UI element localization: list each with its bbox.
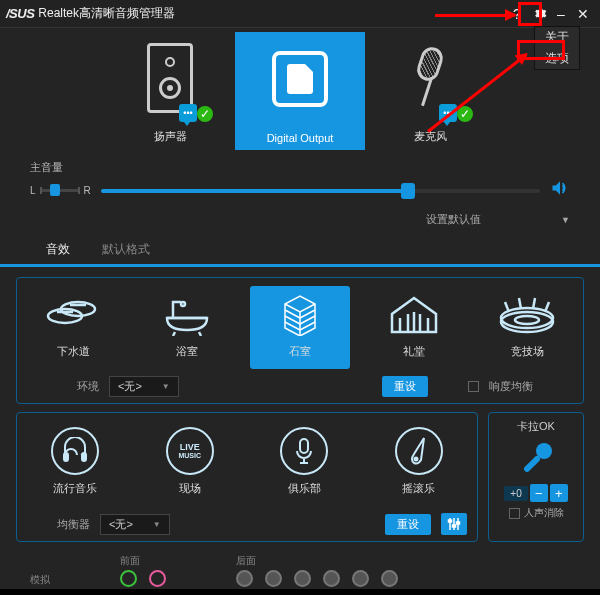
mute-button[interactable] <box>550 179 570 202</box>
svg-rect-25 <box>64 453 68 461</box>
preset-live[interactable]: LIVEMUSIC 现场 <box>140 423 240 506</box>
svg-point-28 <box>414 458 417 461</box>
auditorium-icon <box>379 290 449 338</box>
svg-rect-32 <box>449 520 452 522</box>
loudness-label: 响度均衡 <box>489 379 533 394</box>
preset-pop[interactable]: 流行音乐 <box>25 423 125 506</box>
karaoke-key-value: +0 <box>504 486 527 501</box>
jack-back-pink[interactable] <box>294 570 311 587</box>
preset-pop-label: 流行音乐 <box>53 481 97 496</box>
effects-panel: 下水道 浴室 <box>0 267 600 548</box>
stone-room-icon <box>265 290 335 338</box>
svg-rect-26 <box>82 453 86 461</box>
device-speaker-label: 扬声器 <box>154 129 187 144</box>
preset-arena[interactable]: 竞技场 <box>477 286 577 369</box>
device-speaker[interactable]: •••✓ 扬声器 <box>105 32 235 150</box>
front-jacks-label: 前面 <box>120 554 166 568</box>
equalizer-label: 均衡器 <box>57 517 90 532</box>
svg-point-4 <box>181 302 185 306</box>
equalizer-reset-button[interactable]: 重设 <box>385 514 431 535</box>
microphone-icon <box>365 32 495 123</box>
rock-icon <box>395 427 443 475</box>
svg-point-20 <box>515 316 539 324</box>
digital-output-icon <box>235 32 365 126</box>
svg-rect-34 <box>457 522 460 524</box>
voice-cancel-checkbox[interactable] <box>509 508 520 519</box>
dropdown-triangle-icon: ▼ <box>561 215 570 225</box>
menu-options[interactable]: 选项 <box>535 48 579 69</box>
jack-panel: 模拟 前面 后面 <box>0 548 600 593</box>
speaker-icon <box>105 32 235 123</box>
environment-label: 环境 <box>77 379 99 394</box>
preset-rock[interactable]: 摇滚乐 <box>369 423 469 506</box>
tab-default-format[interactable]: 默认格式 <box>86 235 166 264</box>
karaoke-mic-icon <box>515 438 557 480</box>
volume-slider[interactable] <box>101 189 540 193</box>
preset-auditorium-label: 礼堂 <box>403 344 425 359</box>
volume-section: 主音量 L R <box>0 150 600 208</box>
equalizer-settings-button[interactable] <box>441 513 467 535</box>
preset-auditorium[interactable]: 礼堂 <box>364 286 464 369</box>
karaoke-key-down-button[interactable]: − <box>530 484 548 502</box>
voice-cancel-label: 人声消除 <box>524 506 564 520</box>
club-icon <box>280 427 328 475</box>
preset-rock-label: 摇滚乐 <box>402 481 435 496</box>
jack-back-orange[interactable] <box>323 570 340 587</box>
settings-gear-button[interactable] <box>528 3 550 25</box>
settings-menu: 关于 选项 <box>534 26 580 70</box>
preset-club[interactable]: 俱乐部 <box>254 423 354 506</box>
dropdown-icon: ▼ <box>162 382 170 391</box>
preset-bathroom-label: 浴室 <box>176 344 198 359</box>
analog-label: 模拟 <box>30 573 50 587</box>
jack-back-blue[interactable] <box>236 570 253 587</box>
minimize-button[interactable]: – <box>550 3 572 25</box>
jack-back-green[interactable] <box>265 570 282 587</box>
device-selector-row: •••✓ 扬声器 Digital Output •••✓ 麦克风 <box>0 32 600 150</box>
preset-arena-label: 竞技场 <box>511 344 544 359</box>
svg-rect-33 <box>453 525 456 527</box>
sewer-icon <box>38 290 108 338</box>
volume-label: 主音量 <box>30 160 570 175</box>
preset-stone-room[interactable]: 石室 <box>250 286 350 369</box>
karaoke-panel: 卡拉OK +0 − + 人声消除 <box>488 412 584 542</box>
svg-rect-27 <box>300 439 308 453</box>
close-button[interactable]: ✕ <box>572 3 594 25</box>
equalizer-select-value: <无> <box>109 517 133 532</box>
environment-select-value: <无> <box>118 379 142 394</box>
arena-icon <box>492 290 562 338</box>
preset-stone-label: 石室 <box>289 344 311 359</box>
asus-logo: /SUS <box>6 6 34 21</box>
jack-back-black[interactable] <box>352 570 369 587</box>
bathroom-icon <box>152 290 222 338</box>
loudness-checkbox[interactable] <box>468 381 479 392</box>
balance-right-label: R <box>84 185 91 196</box>
karaoke-key-up-button[interactable]: + <box>550 484 568 502</box>
menu-about[interactable]: 关于 <box>535 27 579 48</box>
svg-line-6 <box>199 332 201 336</box>
device-digital-output[interactable]: Digital Output <box>235 32 365 150</box>
karaoke-title: 卡拉OK <box>517 419 555 434</box>
back-jacks-label: 后面 <box>236 554 398 568</box>
preset-bathroom[interactable]: 浴室 <box>137 286 237 369</box>
preset-club-label: 俱乐部 <box>288 481 321 496</box>
set-default-label: 设置默认值 <box>426 212 481 227</box>
preset-sewer-label: 下水道 <box>57 344 90 359</box>
balance-slider[interactable]: L R <box>30 185 91 196</box>
environment-select[interactable]: <无> ▼ <box>109 376 179 397</box>
preset-live-label: 现场 <box>179 481 201 496</box>
live-icon: LIVEMUSIC <box>166 427 214 475</box>
equalizer-preset-box: 流行音乐 LIVEMUSIC 现场 俱 <box>16 412 478 542</box>
annotation-arrow-1 <box>435 14 515 17</box>
environment-reset-button[interactable]: 重设 <box>382 376 428 397</box>
jack-front-pink[interactable] <box>149 570 166 587</box>
set-default-dropdown[interactable]: 设置默认值 ▼ <box>0 208 600 235</box>
device-digital-label: Digital Output <box>267 132 334 144</box>
jack-front-green[interactable] <box>120 570 137 587</box>
preset-sewer[interactable]: 下水道 <box>23 286 123 369</box>
equalizer-select[interactable]: <无> ▼ <box>100 514 170 535</box>
jack-back-grey[interactable] <box>381 570 398 587</box>
tab-sound-effects[interactable]: 音效 <box>30 235 86 267</box>
tab-bar: 音效 默认格式 <box>0 235 600 267</box>
svg-line-5 <box>173 332 175 336</box>
pop-icon <box>51 427 99 475</box>
